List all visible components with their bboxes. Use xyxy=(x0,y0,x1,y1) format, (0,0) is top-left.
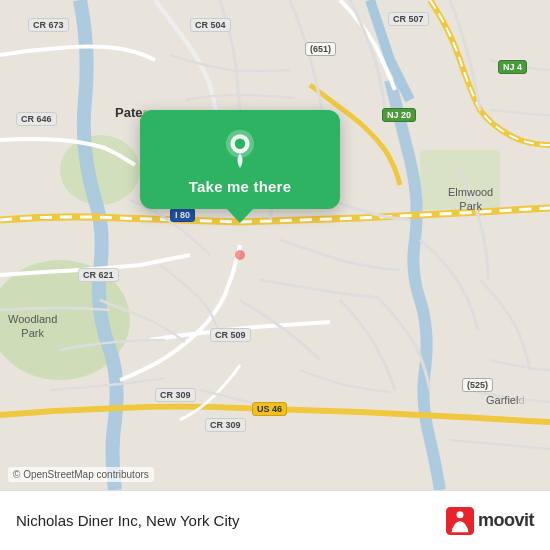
woodland-park-label: WoodlandPark xyxy=(8,312,57,341)
651-badge: (651) xyxy=(305,42,336,56)
cr646-badge: CR 646 xyxy=(16,112,57,126)
nj20-badge: NJ 20 xyxy=(382,108,416,122)
cr309b-badge: CR 309 xyxy=(205,418,246,432)
cr507-badge: CR 507 xyxy=(388,12,429,26)
i80-badge: I 80 xyxy=(170,208,195,222)
cr504-badge: CR 504 xyxy=(190,18,231,32)
copyright-text: © OpenStreetMap contributors xyxy=(8,467,154,482)
garfield-label: Garfield xyxy=(486,393,525,407)
moovit-brand-text: moovit xyxy=(478,510,534,531)
525-badge: (525) xyxy=(462,378,493,392)
elmwood-park-label: ElmwoodPark xyxy=(448,185,493,214)
location-title: Nicholas Diner Inc, New York City xyxy=(16,512,446,529)
nj4-badge: NJ 4 xyxy=(498,60,527,74)
svg-point-7 xyxy=(235,139,246,150)
moovit-logo: moovit xyxy=(446,507,534,535)
take-me-there-button[interactable]: Take me there xyxy=(189,178,291,195)
svg-point-4 xyxy=(235,250,245,260)
cr621-badge: CR 621 xyxy=(78,268,119,282)
cr673-badge: CR 673 xyxy=(28,18,69,32)
cr509-badge: CR 509 xyxy=(210,328,251,342)
svg-point-9 xyxy=(456,511,463,518)
moovit-brand-icon xyxy=(446,507,474,535)
popup-card: Take me there xyxy=(140,110,340,209)
us46-badge: US 46 xyxy=(252,402,287,416)
map-container[interactable]: CR 673 CR 504 CR 507 CR 646 NJ 4 NJ 20 I… xyxy=(0,0,550,490)
location-pin-icon xyxy=(219,128,261,170)
bottom-bar: Nicholas Diner Inc, New York City moovit xyxy=(0,490,550,550)
cr309a-badge: CR 309 xyxy=(155,388,196,402)
